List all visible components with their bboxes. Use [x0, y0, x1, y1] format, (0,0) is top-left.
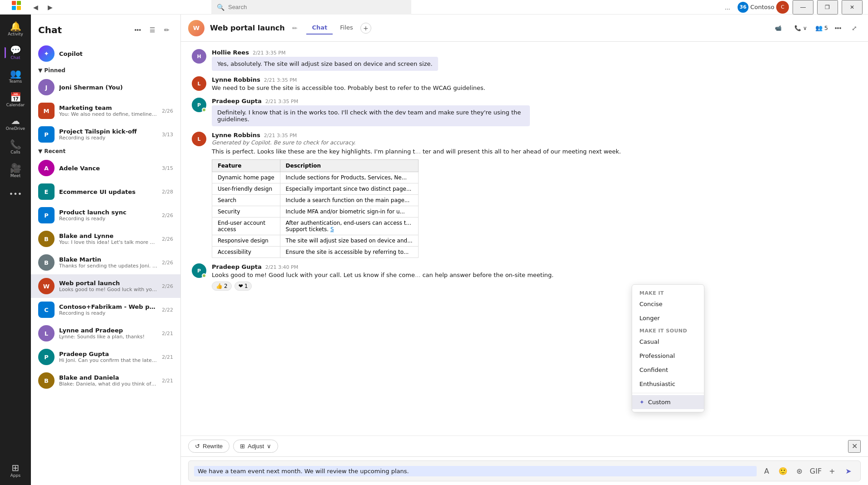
more-options-button[interactable]: ... [721, 1, 734, 14]
table-cell-desc: Include a search function on the main pa… [280, 195, 418, 206]
restore-button[interactable]: ❐ [817, 0, 838, 15]
link-support[interactable]: S [330, 226, 334, 233]
sidebar-item-more[interactable]: ••• [5, 183, 26, 205]
sidebar-item-meet[interactable]: 🎥 Meet [5, 160, 26, 182]
video-call-button[interactable]: 📹 [770, 22, 786, 34]
dropdown-item-casual[interactable]: Casual [632, 335, 704, 349]
tab-chat[interactable]: Chat [306, 21, 333, 35]
forward-button[interactable]: ▶ [44, 1, 56, 14]
dropdown-item-confident[interactable]: Confident [632, 363, 704, 377]
feature-table: Feature Description Dynamic home page In… [212, 159, 419, 258]
chat-item-tailspin[interactable]: P Project Tailspin kick-off Recording is… [31, 123, 180, 146]
chat-preview-blake-lynne: You: I love this idea! Let's talk more n… [59, 239, 157, 245]
main-conversation-area: W Web portal launch ✏ Chat Files + 📹 📞 ∨ [181, 15, 868, 485]
sidebar-item-calls[interactable]: 📞 Calls [5, 136, 26, 158]
dropdown-item-custom[interactable]: ✦ Custom [632, 395, 704, 409]
filter-button[interactable]: ☰ [146, 24, 159, 36]
avatar-blake-lynne: B [38, 231, 55, 247]
chat-name-joni: Joni Sherman (You) [59, 84, 173, 91]
conversation-more-button[interactable]: ••• [832, 22, 844, 35]
adjust-button[interactable]: ⊞ Adjust ∨ [233, 440, 278, 453]
participants-icon: 👥 [815, 25, 823, 31]
chat-item-joni[interactable]: J Joni Sherman (You) [31, 75, 180, 99]
table-cell-desc: Especially important since two distinct … [280, 183, 418, 195]
emoji-icon[interactable]: 🙂 [777, 465, 789, 477]
table-cell-feature: Responsive design [212, 235, 280, 247]
chat-more-button[interactable]: ••• [131, 24, 144, 36]
minimize-button[interactable]: — [793, 0, 813, 15]
chat-item-lynne-pradeep[interactable]: L Lynne and Pradeep Lynne: Sounds like a… [31, 322, 180, 345]
expand-button[interactable]: ⤢ [848, 22, 861, 35]
chat-name-blake-lynne: Blake and Lynne [59, 233, 157, 239]
sidebar-item-teams[interactable]: 👥 Teams [5, 65, 26, 87]
chat-time-blake-martin: 2/26 [162, 260, 173, 266]
custom-icon: ✦ [639, 399, 644, 406]
message-group-lynne2: L Lynne Robbins 2/21 3:35 PM Generated b… [192, 132, 857, 258]
chat-preview-product-launch: Recording is ready [59, 216, 157, 222]
custom-label: Custom [648, 399, 671, 406]
message-text-pradeep2: Looks good to me! Good luck with your ca… [212, 271, 857, 279]
chat-info-blake-martin: Blake Martin Thanks for sending the upda… [59, 256, 157, 269]
chat-item-product-launch[interactable]: P Product launch sync Recording is ready… [31, 203, 180, 227]
back-button[interactable]: ◀ [29, 1, 42, 14]
sidebar-item-calendar[interactable]: 📅 Calendar [5, 89, 26, 111]
rewrite-close-button[interactable]: ✕ [848, 440, 861, 453]
pinned-section[interactable]: ▼ Pinned [31, 65, 180, 75]
chat-preview-pradeep: Hi Joni. Can you confirm that the latest… [59, 357, 157, 363]
table-header-feature: Feature [212, 160, 280, 172]
profile-avatar[interactable]: C [776, 1, 789, 14]
recent-label: Recent [44, 148, 65, 154]
sidebar-item-chat[interactable]: 💬 Chat [5, 42, 26, 64]
audio-call-button[interactable]: 📞 ∨ [790, 22, 812, 34]
add-tab-button[interactable]: + [360, 23, 371, 34]
chat-item-marketing[interactable]: M Marketing team You: We also need to de… [31, 99, 180, 123]
sidebar-item-activity[interactable]: 🔔 Activity [5, 18, 26, 40]
close-button[interactable]: ✕ [842, 0, 863, 15]
reaction-thumbs-up[interactable]: 👍 2 [212, 282, 232, 291]
message-bubble-hollie: Yes, absolutely. The site will adjust si… [212, 57, 438, 71]
rewrite-button[interactable]: ↺ Rewrite [188, 440, 229, 453]
chat-item-copilot[interactable]: ✦ Copilot [31, 42, 180, 65]
chat-item-blake-lynne[interactable]: B Blake and Lynne You: I love this idea!… [31, 227, 180, 251]
chat-item-web-portal[interactable]: W Web portal launch Looks good to me! Go… [31, 274, 180, 298]
edit-title-icon[interactable]: ✏ [292, 25, 298, 32]
avatar-contoso-fab: C [38, 302, 55, 318]
copilot-avatar: ✦ [38, 45, 55, 62]
chat-item-blake-daniela[interactable]: B Blake and Daniela Blake: Daniela, what… [31, 369, 180, 392]
heart-icon: ❤️ [239, 283, 243, 289]
chat-item-contoso-fab[interactable]: C Contoso+Fabrikam - Web portal ki... Re… [31, 298, 180, 322]
chat-input-text[interactable]: We have a team event next month. We will… [194, 466, 757, 476]
dropdown-item-enthusiastic[interactable]: Enthusiastic [632, 377, 704, 391]
dropdown-item-longer[interactable]: Longer [632, 311, 704, 325]
meet-icon: 🎥 [10, 163, 21, 173]
reaction-heart[interactable]: ❤️ 1 [234, 282, 252, 291]
chat-item-pradeep[interactable]: P Pradeep Gupta Hi Joni. Can you confirm… [31, 345, 180, 369]
format-icon[interactable]: A [760, 465, 773, 477]
search-icon: 🔍 [217, 4, 224, 11]
dropdown-divider [632, 393, 704, 393]
participants-badge[interactable]: 👥 5 [815, 25, 828, 31]
sidebar-item-onedrive[interactable]: ☁ OneDrive [5, 113, 26, 134]
message-meta-hollie: Hollie Rees 2/21 3:35 PM [212, 49, 857, 56]
teams-icon: 👥 [10, 69, 21, 78]
chat-item-adele[interactable]: A Adele Vance 3/15 [31, 156, 180, 180]
new-chat-button[interactable]: ✏ [160, 24, 173, 36]
gif-icon[interactable]: GIF [809, 465, 822, 477]
send-icon[interactable]: ➤ [842, 465, 855, 477]
chat-item-blake-martin[interactable]: B Blake Martin Thanks for sending the up… [31, 251, 180, 274]
tab-files[interactable]: Files [334, 21, 359, 35]
calendar-icon: 📅 [10, 93, 21, 102]
dropdown-item-professional[interactable]: Professional [632, 349, 704, 363]
video-icon: 📹 [775, 25, 782, 31]
chat-info-web-portal: Web portal launch Looks good to me! Good… [59, 280, 157, 292]
sticker-icon[interactable]: ⊛ [793, 465, 806, 477]
recent-section[interactable]: ▼ Recent [31, 146, 180, 156]
sidebar-item-apps[interactable]: ⊞ Apps [5, 460, 26, 481]
chat-item-ecommerce[interactable]: E Ecommerce UI updates 2/28 [31, 180, 180, 203]
plus-icon[interactable]: + [826, 465, 838, 477]
onedrive-icon: ☁ [11, 116, 20, 125]
dropdown-item-concise[interactable]: Concise [632, 297, 704, 311]
search-input[interactable] [228, 4, 406, 10]
chat-name-blake-martin: Blake Martin [59, 256, 157, 263]
global-search[interactable]: 🔍 [211, 0, 411, 15]
